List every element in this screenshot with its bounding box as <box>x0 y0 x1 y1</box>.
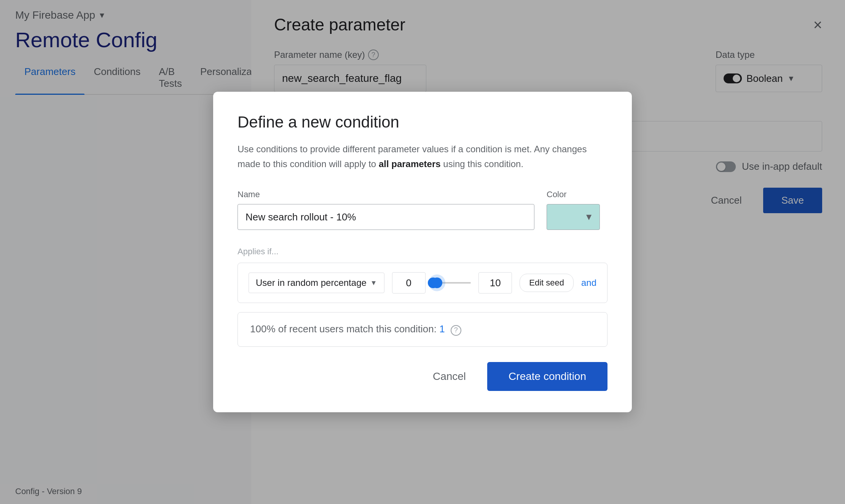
modal-footer: Cancel Create condition <box>238 362 607 391</box>
range-slider[interactable] <box>433 275 471 290</box>
condition-type-select[interactable]: User in random percentage ▼ <box>249 273 384 293</box>
edit-seed-button[interactable]: Edit seed <box>520 274 574 292</box>
slider-track <box>433 282 471 284</box>
condition-row: User in random percentage ▼ Edit seed an… <box>238 263 607 303</box>
define-condition-modal: Define a new condition Use conditions to… <box>213 92 632 412</box>
modal-description: Use conditions to provide different para… <box>238 142 607 171</box>
create-condition-button[interactable]: Create condition <box>487 362 607 391</box>
color-picker[interactable]: ▼ <box>547 204 600 230</box>
name-label: Name <box>238 190 534 199</box>
color-label: Color <box>547 190 607 199</box>
modal-overlay: Define a new condition Use conditions to… <box>0 0 845 504</box>
match-info-text: 100% of recent users match this conditio… <box>250 323 437 335</box>
condition-type-label: User in random percentage <box>256 278 367 288</box>
range-min-input[interactable] <box>392 272 426 293</box>
name-color-row: Name Color ▼ <box>238 190 607 230</box>
condition-name-input[interactable] <box>238 204 534 230</box>
match-help-icon[interactable]: ? <box>451 325 461 336</box>
color-chevron-icon: ▼ <box>584 212 593 222</box>
slider-thumb-right[interactable] <box>432 278 442 288</box>
color-group: Color ▼ <box>547 190 607 230</box>
condition-select-chevron-icon: ▼ <box>370 279 377 287</box>
modal-title: Define a new condition <box>238 113 607 131</box>
applies-label: Applies if... <box>238 247 607 257</box>
range-max-input[interactable] <box>478 272 512 293</box>
match-info-box: 100% of recent users match this conditio… <box>238 312 607 347</box>
match-count: 1 <box>439 323 445 335</box>
and-link[interactable]: and <box>581 278 596 288</box>
modal-cancel-button[interactable]: Cancel <box>424 364 475 389</box>
condition-name-group: Name <box>238 190 534 230</box>
